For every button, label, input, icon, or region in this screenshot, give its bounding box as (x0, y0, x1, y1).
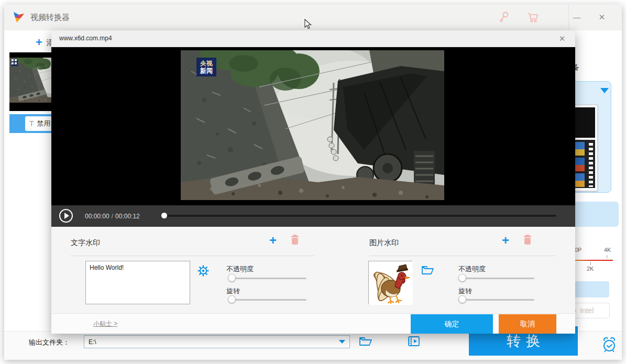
grid-icon (12, 59, 17, 64)
resolution-left-label: 0P (575, 247, 581, 253)
output-folder-value: E:\ (89, 338, 339, 346)
text-tool-icon: T (29, 119, 34, 128)
schedule-alarm-icon[interactable] (600, 336, 618, 354)
output-folder-combobox[interactable]: E:\ (84, 335, 350, 348)
turkey-image (369, 261, 413, 305)
bottom-bar: 输出文件夹： E:\ 转换 (4, 331, 622, 360)
scale-tick-2k (590, 262, 591, 265)
image-rotate-handle[interactable] (458, 295, 466, 303)
combo-caret-icon[interactable] (339, 340, 345, 344)
playback-bar: 00:00:00/00:00:12 (51, 205, 575, 227)
preview-file-icon[interactable] (407, 335, 421, 348)
window-titlebar: 视频转换器 — ✕ (4, 4, 622, 30)
dialog-close-button[interactable]: ✕ (554, 30, 570, 47)
image-opacity-handle[interactable] (458, 274, 466, 282)
play-icon (64, 213, 69, 219)
plus-icon: + (36, 36, 42, 49)
play-button[interactable] (59, 209, 73, 223)
text-watermark-divider (71, 256, 314, 256)
browse-image-folder-icon[interactable] (421, 264, 435, 276)
add-image-watermark-button[interactable]: + (502, 233, 509, 248)
app-title: 视频转换器 (30, 13, 70, 23)
text-opacity-label: 不透明度 (226, 264, 254, 274)
register-key-icon[interactable] (497, 11, 511, 24)
tips-link[interactable]: 小贴士 > (93, 319, 117, 328)
text-rotate-label: 旋转 (226, 286, 240, 296)
time-duration: 00:00:12 (115, 213, 140, 220)
cancel-button[interactable]: 取消 (499, 314, 556, 334)
app-logo-icon (12, 10, 26, 24)
image-rotate-slider[interactable] (459, 295, 534, 304)
text-rotate-handle[interactable] (228, 295, 236, 303)
delete-text-watermark-button[interactable] (291, 236, 299, 245)
watermark-dialog: www.x6d.com.mp4 ✕ 央视 新闻 00:00:00/00:00:1… (51, 30, 575, 334)
screen: 视频转换器 — ✕ +添 (0, 0, 626, 364)
format-dropdown-caret-icon[interactable] (600, 88, 609, 93)
open-output-folder-icon[interactable] (358, 335, 373, 348)
resolution-4k-label: 4K (604, 247, 611, 253)
text-watermark-title: 文字水印 (71, 238, 100, 248)
watermark-panel: 文字水印 + Hello World! 不透明度 旋转 (51, 227, 575, 313)
text-opacity-handle[interactable] (228, 274, 236, 282)
close-window-button[interactable]: ✕ (590, 4, 614, 30)
time-current: 00:00:00 (85, 213, 109, 220)
output-folder-label: 输出文件夹： (29, 338, 70, 347)
add-text-watermark-button[interactable]: + (269, 233, 277, 248)
disable-label: 禁用 (37, 119, 51, 128)
text-rotate-slider[interactable] (229, 295, 306, 304)
video-frame: 央视 新闻 (181, 50, 444, 200)
image-rotate-label: 旋转 (458, 286, 472, 296)
resolution-2k-label: 2K (587, 266, 594, 272)
minimize-button[interactable]: — (565, 4, 589, 30)
watermark-image-preview[interactable] (368, 261, 412, 304)
dialog-titlebar: www.x6d.com.mp4 ✕ (51, 30, 575, 47)
cart-icon[interactable] (526, 11, 540, 24)
video-image (181, 50, 444, 200)
scale-tick-4k (607, 255, 607, 258)
intel-word: Intel (580, 306, 594, 315)
cctv-news-watermark: 央视 新闻 (196, 58, 216, 76)
seek-slider[interactable] (162, 212, 556, 219)
image-watermark-divider (369, 256, 555, 256)
mouse-cursor (304, 19, 312, 30)
ok-button[interactable]: 确定 (411, 314, 493, 334)
text-settings-gear-icon[interactable] (197, 265, 209, 277)
seek-track[interactable] (162, 215, 556, 217)
watermark-text-input[interactable]: Hello World! (85, 261, 190, 304)
image-opacity-label: 不透明度 (458, 264, 486, 274)
seek-handle[interactable] (161, 213, 167, 218)
time-display: 00:00:00/00:00:12 (85, 213, 140, 220)
image-watermark-title: 图片水印 (369, 238, 399, 248)
delete-image-watermark-button[interactable] (524, 236, 531, 245)
image-opacity-slider[interactable] (459, 274, 534, 282)
text-opacity-slider[interactable] (229, 274, 306, 282)
dialog-title: www.x6d.com.mp4 (59, 35, 112, 42)
dialog-footer: 小贴士 > 确定 取消 (51, 313, 575, 334)
video-preview-area: 央视 新闻 (51, 47, 575, 205)
